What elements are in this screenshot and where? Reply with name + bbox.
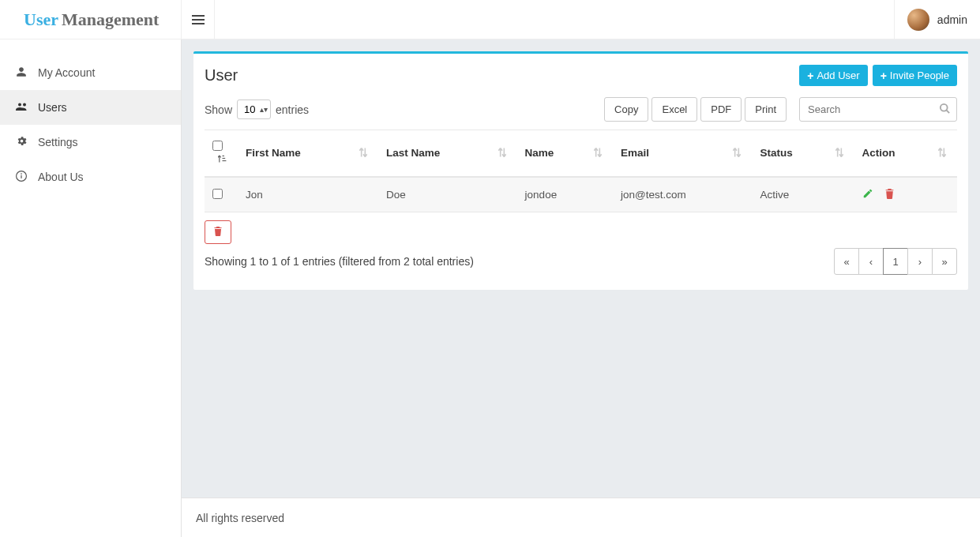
plus-icon: + bbox=[807, 70, 813, 81]
sort-icon[interactable] bbox=[218, 153, 227, 166]
trash-icon bbox=[213, 227, 223, 238]
svg-point-1 bbox=[23, 103, 26, 106]
table-info-text: Showing 1 to 1 of 1 entries (filtered fr… bbox=[205, 244, 485, 279]
sidebar-item-label: About Us bbox=[38, 171, 84, 183]
svg-point-5 bbox=[941, 103, 948, 111]
logo: User Management bbox=[0, 0, 182, 39]
sidebar: My Account Users Settings About Us bbox=[0, 39, 182, 537]
logo-word-user: User bbox=[24, 9, 58, 30]
user-icon bbox=[16, 66, 33, 80]
gear-icon bbox=[16, 135, 33, 149]
page-first-button[interactable]: « bbox=[834, 248, 859, 275]
sidebar-item-users[interactable]: Users bbox=[0, 90, 181, 125]
row-checkbox[interactable] bbox=[212, 189, 223, 199]
svg-rect-3 bbox=[21, 175, 21, 178]
info-icon bbox=[16, 171, 33, 184]
svg-rect-9 bbox=[223, 160, 227, 161]
cell-username: jondoe bbox=[517, 177, 613, 212]
select-all-checkbox[interactable] bbox=[212, 141, 223, 151]
page-title: User bbox=[205, 66, 238, 84]
footer: All rights reserved bbox=[182, 498, 980, 537]
svg-line-6 bbox=[946, 110, 949, 113]
table-toolbar: Show 10 ▴▾ entries Copy Excel PDF Print bbox=[193, 97, 968, 130]
sort-icon[interactable] bbox=[938, 147, 946, 160]
sort-icon[interactable] bbox=[835, 147, 843, 160]
bulk-delete-button[interactable] bbox=[205, 220, 231, 244]
trash-icon[interactable] bbox=[884, 188, 895, 201]
show-label: Show bbox=[205, 103, 232, 116]
add-user-label: Add User bbox=[817, 69, 859, 81]
invite-people-button[interactable]: + Invite People bbox=[873, 65, 957, 86]
username-label: admin bbox=[937, 13, 967, 26]
cell-email: jon@test.com bbox=[613, 177, 752, 212]
users-icon bbox=[16, 101, 33, 115]
svg-point-4 bbox=[21, 173, 22, 175]
invite-people-label: Invite People bbox=[890, 69, 949, 81]
hamburger-icon bbox=[192, 15, 205, 24]
panel-header: User + Add User + Invite People bbox=[193, 54, 968, 97]
sort-icon[interactable] bbox=[359, 147, 367, 160]
user-panel: User + Add User + Invite People Show 10 bbox=[193, 51, 968, 290]
cell-status: Active bbox=[752, 177, 854, 212]
logo-word-management: Management bbox=[62, 9, 159, 30]
sort-icon[interactable] bbox=[594, 147, 602, 160]
page-next-button[interactable]: › bbox=[907, 248, 933, 275]
page-last-button[interactable]: » bbox=[932, 248, 957, 275]
table-row: Jon Doe jondoe jon@test.com Active bbox=[205, 177, 957, 212]
select-caret-icon: ▴▾ bbox=[260, 107, 268, 112]
sidebar-item-settings[interactable]: Settings bbox=[0, 125, 181, 160]
col-status: Status bbox=[752, 130, 854, 178]
edit-icon[interactable] bbox=[862, 188, 873, 201]
avatar bbox=[907, 9, 929, 31]
col-action: Action bbox=[854, 130, 957, 178]
page-prev-button[interactable]: ‹ bbox=[858, 248, 884, 275]
col-email: Email bbox=[613, 130, 752, 178]
search-input[interactable] bbox=[799, 97, 957, 122]
pdf-button[interactable]: PDF bbox=[700, 97, 742, 122]
menu-toggle-button[interactable] bbox=[182, 0, 215, 39]
sidebar-item-label: My Account bbox=[38, 66, 95, 79]
top-header: User Management admin bbox=[0, 0, 980, 39]
pagination: « ‹ 1 › » bbox=[835, 248, 957, 275]
cell-last-name: Doe bbox=[378, 177, 517, 212]
main-content: User + Add User + Invite People Show 10 bbox=[182, 39, 980, 498]
print-button[interactable]: Print bbox=[745, 97, 787, 122]
search-icon bbox=[939, 103, 951, 117]
copy-button[interactable]: Copy bbox=[604, 97, 648, 122]
sort-icon[interactable] bbox=[733, 147, 741, 160]
sort-icon[interactable] bbox=[498, 147, 506, 160]
svg-point-0 bbox=[18, 103, 21, 106]
excel-button[interactable]: Excel bbox=[651, 97, 697, 122]
add-user-button[interactable]: + Add User bbox=[799, 65, 867, 86]
svg-rect-7 bbox=[223, 156, 224, 156]
sidebar-item-my-account[interactable]: My Account bbox=[0, 55, 181, 90]
sidebar-item-label: Settings bbox=[38, 136, 78, 148]
sidebar-item-about-us[interactable]: About Us bbox=[0, 160, 181, 194]
page-number-button[interactable]: 1 bbox=[883, 248, 908, 275]
col-name: Name bbox=[517, 130, 613, 178]
svg-rect-8 bbox=[223, 158, 226, 159]
entries-label: entries bbox=[276, 103, 309, 116]
col-last-name: Last Name bbox=[378, 130, 517, 178]
users-table: First Name Last Name Name Email Status A… bbox=[205, 130, 957, 212]
col-first-name: First Name bbox=[238, 130, 378, 178]
user-menu[interactable]: admin bbox=[894, 0, 980, 39]
cell-first-name: Jon bbox=[238, 177, 378, 212]
footer-text: All rights reserved bbox=[196, 512, 284, 524]
header-spacer bbox=[215, 0, 894, 39]
sidebar-item-label: Users bbox=[38, 101, 67, 114]
plus-icon: + bbox=[880, 70, 887, 81]
